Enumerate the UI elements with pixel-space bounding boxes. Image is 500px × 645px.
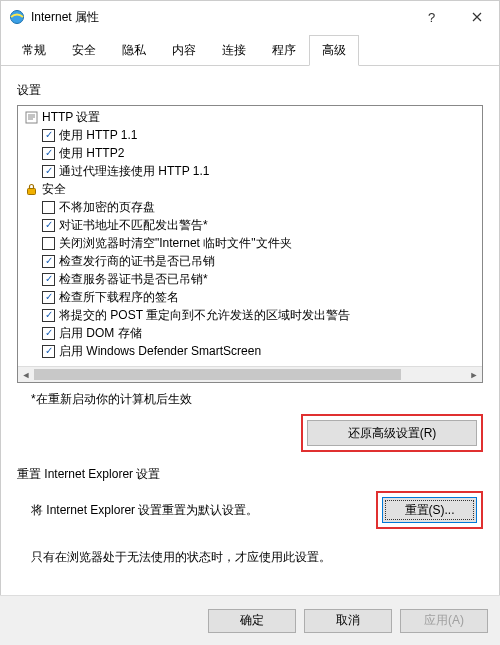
tree-label: HTTP 设置 <box>42 109 100 126</box>
app-icon <box>9 9 25 25</box>
restore-highlight: 还原高级设置(R) <box>301 414 483 452</box>
scroll-left-arrow[interactable]: ◄ <box>18 367 34 382</box>
ok-button[interactable]: 确定 <box>208 609 296 633</box>
settings-tree[interactable]: HTTP 设置使用 HTTP 1.1使用 HTTP2通过代理连接使用 HTTP … <box>17 105 483 383</box>
scroll-right-arrow[interactable]: ► <box>466 367 482 382</box>
scroll-thumb[interactable] <box>34 369 401 380</box>
titlebar: Internet 属性 ? <box>1 1 499 33</box>
tree-label: 安全 <box>42 181 66 198</box>
tree-label: 通过代理连接使用 HTTP 1.1 <box>59 163 209 180</box>
tree-label: 不将加密的页存盘 <box>59 199 155 216</box>
tree-item[interactable]: 使用 HTTP 1.1 <box>20 126 480 144</box>
reset-button[interactable]: 重置(S)... <box>382 497 477 523</box>
tab-程序[interactable]: 程序 <box>259 35 309 65</box>
checkbox[interactable] <box>42 327 55 340</box>
reset-description: 将 Internet Explorer 设置重置为默认设置。 <box>17 502 366 519</box>
checkbox[interactable] <box>42 309 55 322</box>
tree-item[interactable]: 启用 DOM 存储 <box>20 324 480 342</box>
tree-item[interactable]: 将提交的 POST 重定向到不允许发送的区域时发出警告 <box>20 306 480 324</box>
checkbox[interactable] <box>42 165 55 178</box>
tree-item[interactable]: 检查服务器证书是否已吊销* <box>20 270 480 288</box>
checkbox[interactable] <box>42 273 55 286</box>
page-icon <box>24 110 38 124</box>
tree-label: 检查服务器证书是否已吊销* <box>59 271 208 288</box>
lock-icon <box>24 182 38 196</box>
tab-安全[interactable]: 安全 <box>59 35 109 65</box>
tree-label: 检查所下载程序的签名 <box>59 289 179 306</box>
tree-label: 关闭浏览器时清空"Internet 临时文件"文件夹 <box>59 235 292 252</box>
close-button[interactable] <box>454 2 499 32</box>
tree-label: 对证书地址不匹配发出警告* <box>59 217 208 234</box>
restore-advanced-button[interactable]: 还原高级设置(R) <box>307 420 477 446</box>
tree-item[interactable]: 不将加密的页存盘 <box>20 198 480 216</box>
dialog-footer: 确定 取消 应用(A) <box>0 595 500 645</box>
checkbox[interactable] <box>42 237 55 250</box>
help-button[interactable]: ? <box>409 2 454 32</box>
checkbox[interactable] <box>42 147 55 160</box>
tree-item[interactable]: 对证书地址不匹配发出警告* <box>20 216 480 234</box>
checkbox[interactable] <box>42 219 55 232</box>
tree-label: 使用 HTTP2 <box>59 145 124 162</box>
restart-note: *在重新启动你的计算机后生效 <box>31 391 483 408</box>
tree-label: 启用 DOM 存储 <box>59 325 142 342</box>
apply-button[interactable]: 应用(A) <box>400 609 488 633</box>
checkbox[interactable] <box>42 291 55 304</box>
cancel-button[interactable]: 取消 <box>304 609 392 633</box>
tab-内容[interactable]: 内容 <box>159 35 209 65</box>
tree-category: 安全 <box>20 180 480 198</box>
tab-常规[interactable]: 常规 <box>9 35 59 65</box>
tab-连接[interactable]: 连接 <box>209 35 259 65</box>
tree-label: 启用 Windows Defender SmartScreen <box>59 343 261 360</box>
svg-rect-2 <box>27 188 35 194</box>
tree-label: 将提交的 POST 重定向到不允许发送的区域时发出警告 <box>59 307 350 324</box>
tree-item[interactable]: 通过代理连接使用 HTTP 1.1 <box>20 162 480 180</box>
settings-label: 设置 <box>17 82 483 99</box>
tab-高级[interactable]: 高级 <box>309 35 359 66</box>
tab-strip: 常规安全隐私内容连接程序高级 <box>1 35 499 66</box>
checkbox[interactable] <box>42 129 55 142</box>
tree-item[interactable]: 启用 Windows Defender SmartScreen <box>20 342 480 360</box>
checkbox[interactable] <box>42 345 55 358</box>
tab-隐私[interactable]: 隐私 <box>109 35 159 65</box>
tree-label: 检查发行商的证书是否已吊销 <box>59 253 215 270</box>
tree-label: 使用 HTTP 1.1 <box>59 127 137 144</box>
tree-item[interactable]: 检查所下载程序的签名 <box>20 288 480 306</box>
tree-item[interactable]: 关闭浏览器时清空"Internet 临时文件"文件夹 <box>20 234 480 252</box>
reset-hint: 只有在浏览器处于无法使用的状态时，才应使用此设置。 <box>17 549 483 566</box>
horizontal-scrollbar[interactable]: ◄ ► <box>18 366 482 382</box>
tree-category: HTTP 设置 <box>20 108 480 126</box>
tree-item[interactable]: 使用 HTTP2 <box>20 144 480 162</box>
tree-item[interactable]: 检查发行商的证书是否已吊销 <box>20 252 480 270</box>
reset-highlight: 重置(S)... <box>376 491 483 529</box>
window-title: Internet 属性 <box>31 9 409 26</box>
checkbox[interactable] <box>42 255 55 268</box>
checkbox[interactable] <box>42 201 55 214</box>
reset-section-title: 重置 Internet Explorer 设置 <box>17 466 483 483</box>
